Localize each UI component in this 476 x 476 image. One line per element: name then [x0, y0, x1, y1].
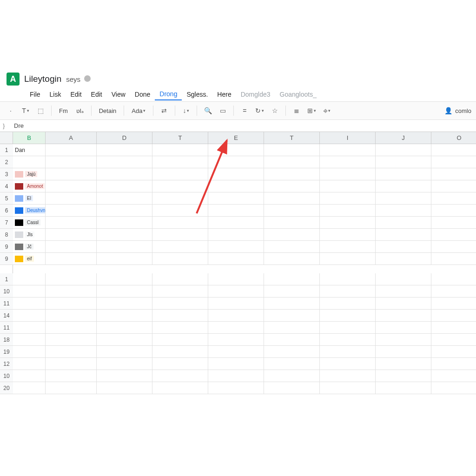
cell[interactable]	[376, 241, 431, 253]
star-icon[interactable]	[84, 75, 91, 82]
cell[interactable]	[97, 168, 152, 180]
cell[interactable]	[152, 168, 208, 180]
cell[interactable]: El	[13, 192, 46, 205]
cell[interactable]: Dan	[13, 144, 46, 156]
cell[interactable]	[431, 285, 476, 298]
cell[interactable]	[152, 156, 208, 168]
toolbar-▭-button[interactable]: ▭	[217, 104, 229, 117]
cell[interactable]	[13, 346, 46, 358]
cell[interactable]	[97, 370, 152, 382]
menu-item-goangloots[interactable]: Goangloots_	[275, 89, 321, 100]
cell[interactable]	[264, 334, 320, 346]
row-header-3[interactable]: 3	[0, 168, 13, 180]
select-all-corner[interactable]	[0, 132, 13, 144]
toolbar-Fm-button[interactable]: Fm	[56, 104, 71, 117]
cell[interactable]	[13, 285, 46, 298]
cell[interactable]	[320, 156, 376, 168]
cell[interactable]	[264, 180, 320, 192]
cell[interactable]	[152, 322, 208, 334]
row-header-19[interactable]: 19	[0, 346, 13, 358]
cell[interactable]	[431, 334, 476, 346]
cell[interactable]	[320, 273, 376, 285]
row-header-6[interactable]: 6	[0, 205, 13, 217]
cell[interactable]	[97, 298, 152, 310]
cell[interactable]	[264, 156, 320, 168]
cell[interactable]	[431, 322, 476, 334]
cell[interactable]	[376, 180, 431, 192]
col-header-B[interactable]: B	[13, 132, 46, 144]
cell[interactable]	[320, 241, 376, 253]
cell[interactable]	[431, 229, 476, 241]
cell[interactable]	[13, 298, 46, 310]
cell[interactable]	[208, 285, 264, 298]
cell[interactable]	[152, 253, 208, 265]
cell[interactable]	[320, 346, 376, 358]
cell[interactable]	[208, 358, 264, 370]
cell[interactable]	[152, 370, 208, 382]
cell[interactable]	[152, 346, 208, 358]
toolbar-↓-button[interactable]: ↓▾	[180, 104, 192, 117]
cell[interactable]	[320, 310, 376, 322]
row-header-8[interactable]: 8	[0, 229, 13, 241]
cell[interactable]	[264, 192, 320, 205]
cell[interactable]	[97, 285, 152, 298]
cell[interactable]	[46, 205, 97, 217]
cell[interactable]	[208, 156, 264, 168]
cell[interactable]	[320, 382, 376, 394]
cell[interactable]	[376, 382, 431, 394]
col-header-O[interactable]: O	[431, 132, 476, 144]
cell[interactable]	[152, 217, 208, 229]
cell[interactable]	[13, 322, 46, 334]
cell[interactable]	[152, 310, 208, 322]
cell[interactable]	[264, 370, 320, 382]
cell[interactable]	[152, 229, 208, 241]
row-header-4[interactable]: 4	[0, 180, 13, 192]
cell[interactable]	[46, 322, 97, 334]
col-header-T[interactable]: T	[264, 132, 320, 144]
cell[interactable]	[97, 322, 152, 334]
row-header-11[interactable]: 11	[0, 298, 13, 310]
cell[interactable]	[46, 285, 97, 298]
col-header-E[interactable]: E	[208, 132, 264, 144]
cell[interactable]	[97, 346, 152, 358]
menu-item-lisk[interactable]: Lisk	[45, 89, 66, 100]
cell[interactable]	[46, 370, 97, 382]
cell[interactable]	[97, 217, 152, 229]
row-header-5[interactable]: 5	[0, 192, 13, 205]
cell[interactable]	[264, 205, 320, 217]
cell[interactable]	[46, 310, 97, 322]
cell[interactable]	[13, 273, 46, 285]
cell[interactable]	[97, 192, 152, 205]
col-header-T[interactable]: T	[152, 132, 208, 144]
cell[interactable]	[46, 382, 97, 394]
cell[interactable]	[431, 370, 476, 382]
cell[interactable]	[320, 229, 376, 241]
cell[interactable]	[431, 180, 476, 192]
cell[interactable]	[97, 310, 152, 322]
menu-item-edit[interactable]: Edit	[66, 89, 86, 100]
row-header-10[interactable]: 10	[0, 285, 13, 298]
row-header-10[interactable]: 10	[0, 370, 13, 382]
toolbar-≣-button[interactable]: ≣	[291, 104, 303, 117]
formula-text[interactable]: Dre	[14, 122, 24, 129]
cell[interactable]	[208, 144, 264, 156]
cell[interactable]	[97, 156, 152, 168]
cell[interactable]	[376, 285, 431, 298]
cell[interactable]	[431, 144, 476, 156]
cell[interactable]	[46, 241, 97, 253]
cell[interactable]	[208, 168, 264, 180]
cell[interactable]	[152, 205, 208, 217]
cell[interactable]	[264, 273, 320, 285]
cell[interactable]	[431, 217, 476, 229]
col-header-D[interactable]: D	[97, 132, 152, 144]
cell[interactable]	[46, 168, 97, 180]
cell[interactable]	[152, 382, 208, 394]
cell[interactable]	[320, 253, 376, 265]
row-header-1[interactable]: 1	[0, 144, 13, 156]
cell[interactable]: Jls	[13, 229, 46, 241]
cell[interactable]	[431, 382, 476, 394]
cell[interactable]	[320, 168, 376, 180]
toolbar-=-button[interactable]: =	[238, 104, 251, 117]
cell[interactable]	[320, 370, 376, 382]
cell[interactable]	[46, 358, 97, 370]
